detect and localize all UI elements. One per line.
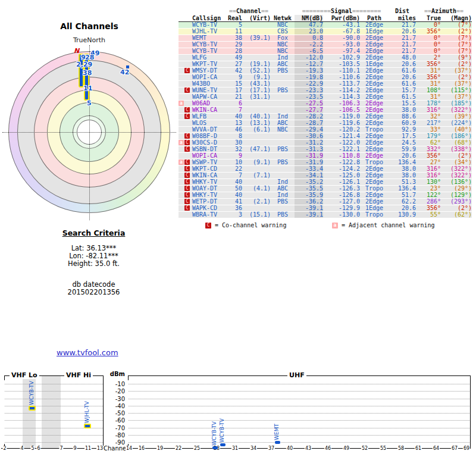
azimuth-true-cell: 356° — [416, 74, 441, 80]
network-cell: PBS — [271, 146, 295, 152]
table-column-header-row: Callsign Real (Virt) Netwk NM(dB) Pwr(dB… — [178, 15, 472, 22]
radar-title: All Channels — [12, 21, 167, 31]
azimuth-true-cell: 130° — [416, 179, 441, 185]
network-cell: PBS — [271, 87, 295, 93]
path-cell: 2Edge — [360, 192, 389, 198]
azimuth-magnetic-cell: (2°) — [441, 61, 472, 67]
power-cell: -124.2 — [323, 166, 360, 172]
power-cell: -122.1 — [323, 146, 360, 152]
power-cell: -114.2 — [323, 87, 360, 93]
real-channel-cell: 3 — [227, 212, 242, 218]
network-cell — [271, 140, 295, 146]
dist-group-header: Dist — [389, 8, 416, 14]
path-cell: 2Edge — [360, 55, 389, 61]
virtual-channel-cell: (39.1) — [242, 35, 271, 41]
noise-margin-cell: -35.5 — [295, 186, 323, 192]
channel-tick-label: 7 — [59, 446, 63, 451]
table-row: CWOAY-DT50(4.1)ABC-35.5-126.3Tropo136.42… — [178, 186, 472, 192]
callsign-cell: WBRA-TV — [191, 212, 227, 218]
callsign-cell: WKPT-CD — [191, 166, 227, 172]
real-channel-cell: 28 — [227, 48, 242, 54]
height-value: Height: 35.0 ft. — [24, 260, 164, 268]
network-cell: Ind — [271, 179, 295, 185]
signal-group-header: ========Signal======== — [295, 8, 389, 14]
path-header: Path — [360, 15, 389, 21]
uhf-plot-box — [128, 375, 471, 449]
path-cell: 2Edge — [360, 42, 389, 48]
virtual-channel-cell — [242, 101, 271, 107]
azimuth-true-cell: 0° — [416, 35, 441, 41]
radar-channel-label: 2,29 — [76, 61, 92, 68]
noise-margin-cell: -19.8 — [295, 74, 323, 80]
real-channel-cell: 29 — [227, 42, 242, 48]
table-row: CWKPT-CD22-33.4-124.22Edge38.0316°(322°) — [178, 166, 472, 172]
network-cell — [271, 133, 295, 139]
power-cell: -113.7 — [323, 81, 360, 87]
legend-co-channel: C = Co-channel warning — [205, 222, 286, 228]
callsign-cell: WETP-DT — [191, 199, 227, 205]
power-cell: -129.9 — [323, 205, 360, 211]
callsign-cell: WOPI-CA — [191, 153, 227, 159]
co-channel-marker: C — [184, 87, 190, 93]
virtual-channel-cell: (19.1) — [242, 61, 271, 67]
azimuth-true-cell: 0° — [416, 42, 441, 48]
co-channel-marker: C — [184, 114, 190, 119]
azimuth-magnetic-cell: (29°) — [441, 186, 472, 192]
channel-tick-label: 6 — [36, 446, 40, 451]
dbm-tick-label: -80 — [109, 432, 125, 439]
vhf-hi-label: VHF Hi — [64, 372, 93, 379]
table-row: CWAPK-CD36-39.1-129.91Edge20.6356°(2°) — [178, 205, 472, 211]
noise-margin-cell: -22.9 — [295, 81, 323, 87]
network-cell: PBS — [271, 199, 295, 205]
azimuth-true-cell: 217° — [416, 120, 441, 126]
channel-tick-label: 5 — [30, 446, 35, 451]
uhf-label: UHF — [287, 372, 306, 379]
azimuth-magnetic-cell: (37°) — [441, 94, 472, 100]
azimuth-true-cell: 31° — [416, 68, 441, 74]
azimuth-magnetic-cell: (129°) — [441, 192, 472, 198]
distance-cell: 15.7 — [389, 87, 416, 93]
noise-margin-cell: -36.2 — [295, 199, 323, 205]
dbm-tick-label: -60 — [109, 417, 125, 424]
network-cell: PBS — [271, 212, 295, 218]
network-cell: NBC — [271, 48, 295, 54]
network-cell — [271, 153, 295, 159]
callsign-cell: WAPW-CA — [191, 94, 227, 100]
channel-tick-label: 13 — [96, 446, 104, 451]
azimuth-magnetic-cell: (68°) — [441, 140, 472, 146]
noise-margin-cell: -39.1 — [295, 212, 323, 218]
adjacent-channel-marker: a — [178, 101, 184, 106]
dbm-tick-label: -70 — [109, 425, 125, 431]
power-cell: -106.5 — [323, 107, 360, 113]
azimuth-magnetic-cell: (322°) — [441, 166, 472, 172]
path-cell: 2Edge — [360, 153, 389, 159]
noise-margin-cell: -35.2 — [295, 179, 323, 185]
azimuth-true-cell: 55° — [416, 212, 441, 218]
azimuth-true-cell: 332° — [416, 146, 441, 152]
real-channel-cell: 9 — [227, 74, 242, 80]
noise-margin-cell: -31.9 — [295, 159, 323, 165]
network-cell: ABC — [271, 186, 295, 192]
tvfool-link[interactable]: www.tvfool.com — [57, 348, 118, 357]
radar-channel-label: 28 — [85, 54, 94, 61]
adjacent-channel-marker: a — [178, 159, 184, 165]
real-channel-cell: 36 — [227, 205, 242, 211]
azimuth-true-cell: 356° — [416, 61, 441, 67]
channel-tick-label: 58 — [397, 446, 405, 451]
path-cell: 2Edge — [360, 146, 389, 152]
network-cell — [271, 81, 295, 87]
power-cell: -106.3 — [323, 101, 360, 107]
azimuth-true-cell: 108° — [416, 87, 441, 93]
callsign-cell: WVVA-DT — [191, 127, 227, 133]
power-cell: -119.0 — [323, 114, 360, 120]
azimuth-magnetic-cell: (338°) — [441, 146, 472, 152]
azimuth-true-cell: 62° — [416, 140, 441, 146]
network-cell: ABC — [271, 120, 295, 126]
channel-tick-label: 34 — [250, 446, 257, 451]
co-channel-marker: C — [205, 223, 211, 228]
virtual-channel-cell: (13.1) — [242, 120, 271, 126]
channel-tick-label: 31 — [231, 446, 239, 451]
virtual-channel-cell — [242, 140, 271, 146]
network-cell — [271, 101, 295, 107]
power-cell: -110.1 — [323, 68, 360, 74]
